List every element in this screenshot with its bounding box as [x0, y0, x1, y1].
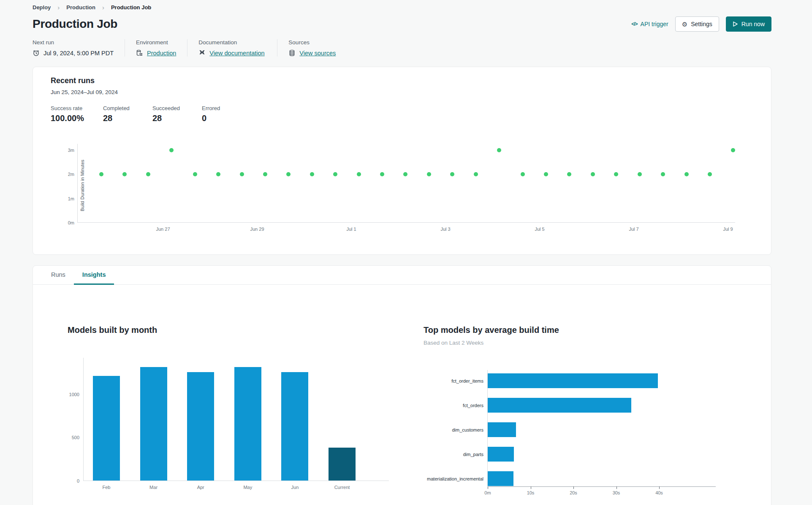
- run-data-point[interactable]: [591, 172, 595, 176]
- run-now-label: Run now: [741, 21, 765, 27]
- hbar-tick-mark: [531, 486, 531, 489]
- environment-icon: [136, 49, 143, 57]
- api-trigger-label: API trigger: [641, 21, 668, 27]
- model-bar-dim_customers[interactable]: [488, 422, 516, 437]
- breadcrumb: Deploy›Production›Production Job: [0, 0, 812, 11]
- month-bar-mar[interactable]: [140, 367, 167, 481]
- run-data-point[interactable]: [193, 172, 197, 176]
- model-bar-fct_order_items[interactable]: [488, 373, 658, 388]
- scatter-x-tick: Jul 5: [527, 227, 552, 232]
- model-bar-dim_parts[interactable]: [488, 447, 514, 462]
- month-bar-may[interactable]: [234, 367, 261, 481]
- settings-button[interactable]: ⚙ Settings: [675, 16, 719, 32]
- page-header: Production Job </> API trigger ⚙ Setting…: [33, 16, 771, 32]
- hbar-tick-mark: [573, 486, 574, 489]
- run-data-point[interactable]: [216, 172, 220, 176]
- stat-block: Errored0: [202, 105, 232, 123]
- stat-block: Success rate100.00%: [51, 105, 84, 123]
- run-data-point[interactable]: [661, 172, 665, 176]
- page-title: Production Job: [33, 17, 117, 31]
- run-data-point[interactable]: [403, 172, 407, 176]
- run-data-point[interactable]: [333, 172, 337, 176]
- environment-label: Environment: [136, 39, 176, 46]
- run-data-point[interactable]: [497, 148, 501, 152]
- bar-x-tick: Apr: [188, 485, 213, 490]
- model-label: dim_customers: [412, 427, 483, 432]
- tab-row: RunsInsights: [33, 266, 771, 285]
- scatter-plot-area: 0m1m2m3mJun 27Jun 29Jul 1Jul 3Jul 5Jul 7…: [77, 144, 735, 223]
- stat-value: 100.00%: [51, 113, 84, 123]
- run-data-point[interactable]: [357, 172, 361, 176]
- stat-block: Completed28: [103, 105, 133, 123]
- month-bar-jun[interactable]: [281, 372, 308, 481]
- bar-x-tick: Mar: [141, 485, 166, 490]
- run-data-point[interactable]: [544, 172, 548, 176]
- month-bar-apr[interactable]: [187, 372, 214, 481]
- recent-runs-title: Recent runs: [51, 76, 95, 85]
- tab-insights[interactable]: Insights: [74, 266, 114, 285]
- hbar-x-tick: 40s: [646, 490, 672, 495]
- info-sources: Sources View sources: [288, 39, 347, 57]
- run-data-point[interactable]: [99, 172, 103, 176]
- run-data-point[interactable]: [427, 172, 431, 176]
- model-label: dim_parts: [412, 452, 483, 457]
- api-trigger-link[interactable]: </> API trigger: [631, 21, 668, 27]
- run-data-point[interactable]: [708, 172, 712, 176]
- stat-label: Completed: [103, 105, 133, 111]
- bar-y-tick: 500: [64, 435, 79, 440]
- run-data-point[interactable]: [731, 148, 735, 152]
- run-data-point[interactable]: [286, 172, 291, 176]
- hbar-tick-mark: [616, 486, 617, 489]
- model-bar-fct_orders[interactable]: [488, 398, 631, 413]
- stat-block: Succeeded28: [152, 105, 183, 123]
- scatter-y-tick: 0m: [60, 220, 74, 225]
- production-job-page: Deploy›Production›Production Job Product…: [0, 0, 812, 505]
- run-data-point[interactable]: [521, 172, 525, 176]
- run-data-point[interactable]: [614, 172, 618, 176]
- run-data-point[interactable]: [567, 172, 571, 176]
- month-bar-current[interactable]: [329, 448, 356, 481]
- info-environment: Environment Production: [136, 39, 187, 57]
- job-info-row: Next run Jul 9, 2024, 5:00 PM PDT Enviro…: [33, 39, 812, 57]
- run-data-point[interactable]: [146, 172, 150, 176]
- bar-y-tick: 1000: [64, 392, 79, 397]
- month-bar-feb[interactable]: [93, 376, 120, 481]
- run-data-point[interactable]: [684, 172, 689, 176]
- run-now-button[interactable]: Run now: [726, 16, 771, 32]
- bar-y-tick: 0: [64, 478, 79, 483]
- run-data-point[interactable]: [380, 172, 384, 176]
- chevron-right-icon: ›: [57, 4, 60, 11]
- scatter-y-tick: 2m: [60, 172, 74, 177]
- hbar-x-tick: 0m: [475, 490, 500, 495]
- run-data-point[interactable]: [474, 172, 478, 176]
- stat-label: Succeeded: [152, 105, 183, 111]
- job-detail-card: RunsInsights Models built by month 05001…: [33, 265, 771, 505]
- view-sources-link[interactable]: View sources: [299, 50, 336, 57]
- run-data-point[interactable]: [638, 172, 642, 176]
- environment-link[interactable]: Production: [147, 50, 176, 57]
- code-icon: </>: [631, 21, 637, 27]
- run-data-point[interactable]: [240, 172, 244, 176]
- run-data-point[interactable]: [450, 172, 454, 176]
- model-bar-materialization_incremental[interactable]: [488, 471, 513, 486]
- run-data-point[interactable]: [310, 172, 314, 176]
- tab-runs[interactable]: Runs: [43, 266, 74, 285]
- recent-runs-stats: Success rate100.00%Completed28Succeeded2…: [51, 105, 251, 123]
- next-run-label: Next run: [33, 39, 114, 46]
- bar-x-tick: Feb: [94, 485, 119, 490]
- run-data-point[interactable]: [169, 148, 174, 152]
- breadcrumb-item[interactable]: Production: [66, 4, 95, 11]
- scatter-x-tick: Jul 7: [621, 227, 646, 232]
- scatter-x-tick: Jun 27: [150, 227, 176, 232]
- run-data-point[interactable]: [263, 172, 267, 176]
- scatter-x-tick: Jun 29: [244, 227, 270, 232]
- view-documentation-link[interactable]: View documentation: [209, 50, 264, 57]
- breadcrumb-item[interactable]: Production Job: [111, 4, 151, 11]
- model-label: fct_order_items: [412, 378, 483, 383]
- scatter-y-tick: 1m: [60, 196, 74, 201]
- run-data-point[interactable]: [122, 172, 127, 176]
- top-models-subtitle: Based on Last 2 Weeks: [424, 340, 483, 346]
- hbar-tick-mark: [659, 486, 660, 489]
- breadcrumb-item[interactable]: Deploy: [33, 4, 51, 11]
- chevron-right-icon: ›: [102, 4, 104, 11]
